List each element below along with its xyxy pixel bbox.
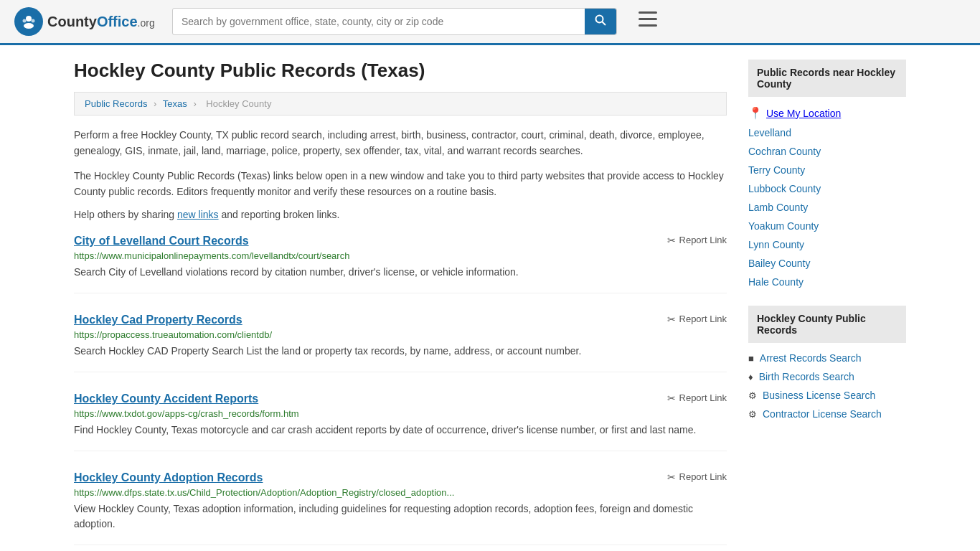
records-link-item: ⚙ Business License Search — [748, 386, 906, 405]
records-link[interactable]: Business License Search — [763, 390, 875, 401]
record-entry: City of Levelland Court Records ✂ Report… — [74, 235, 727, 293]
svg-point-4 — [32, 19, 35, 23]
nearby-list-item: Lamb County — [748, 198, 906, 217]
report-icon: ✂ — [667, 235, 676, 246]
use-location-item[interactable]: 📍 Use My Location — [748, 103, 906, 123]
svg-point-5 — [596, 16, 603, 23]
nearby-header: Public Records near Hockley County — [748, 60, 906, 97]
search-bar — [172, 8, 617, 35]
page-title: Hockley County Public Records (Texas) — [74, 60, 727, 82]
report-link[interactable]: ✂ Report Link — [667, 392, 727, 404]
report-label: Report Link — [679, 392, 727, 403]
use-location-link[interactable]: Use My Location — [766, 108, 841, 119]
menu-button[interactable] — [639, 11, 657, 32]
svg-point-3 — [23, 19, 27, 23]
report-icon: ✂ — [667, 392, 676, 404]
records-link-item: ■ Arrest Records Search — [748, 349, 906, 367]
new-links-link[interactable]: new links — [177, 209, 219, 220]
nearby-list-item: Hale County — [748, 273, 906, 291]
report-link[interactable]: ✂ Report Link — [667, 471, 727, 483]
report-link[interactable]: ✂ Report Link — [667, 314, 727, 325]
record-header: Hockley County Adoption Records ✂ Report… — [74, 471, 727, 484]
record-title-link[interactable]: Hockley County Accident Reports — [74, 392, 258, 405]
nearby-link[interactable]: Terry County — [748, 164, 805, 176]
nearby-list-item: Terry County — [748, 161, 906, 179]
nearby-list-item: Lubbock County — [748, 179, 906, 198]
svg-rect-8 — [639, 18, 657, 20]
records-link[interactable]: Contractor License Search — [763, 408, 882, 420]
records-link[interactable]: Birth Records Search — [759, 371, 854, 382]
content-area: Hockley County Public Records (Texas) Pu… — [74, 60, 727, 551]
record-url: https://www.municipalonlinepayments.com/… — [74, 250, 727, 261]
report-icon: ✂ — [667, 471, 676, 483]
breadcrumb-public-records[interactable]: Public Records — [85, 98, 147, 109]
record-desc: Search City of Levelland violations reco… — [74, 265, 727, 280]
nearby-link[interactable]: Yoakum County — [748, 220, 819, 232]
records-link[interactable]: Arrest Records Search — [760, 352, 862, 364]
record-title-link[interactable]: Hockley County Adoption Records — [74, 471, 263, 484]
nearby-link[interactable]: Lynn County — [748, 239, 804, 250]
search-input[interactable] — [173, 10, 585, 33]
records-section-header: Hockley County Public Records — [748, 306, 906, 343]
record-entry: Hockley Cad Property Records ✂ Report Li… — [74, 314, 727, 372]
description-2: The Hockley County Public Records (Texas… — [74, 168, 727, 200]
record-entry: Hockley County Accident Reports ✂ Report… — [74, 392, 727, 451]
logo-icon — [14, 7, 43, 36]
nearby-list-item: Cochran County — [748, 142, 906, 161]
description-1: Perform a free Hockley County, TX public… — [74, 127, 727, 159]
nearby-list-item: Lynn County — [748, 235, 906, 254]
records-link-icon: ♦ — [748, 372, 753, 382]
record-url: https://www.dfps.state.tx.us/Child_Prote… — [74, 487, 727, 498]
record-title-link[interactable]: Hockley Cad Property Records — [74, 314, 242, 326]
record-desc: Find Hockley County, Texas motorcycle an… — [74, 423, 727, 438]
record-header: Hockley Cad Property Records ✂ Report Li… — [74, 314, 727, 326]
records-link-icon: ■ — [748, 353, 754, 364]
report-label: Report Link — [679, 471, 727, 482]
records-link-icon: ⚙ — [748, 409, 757, 420]
record-header: Hockley County Accident Reports ✂ Report… — [74, 392, 727, 405]
report-label: Report Link — [679, 235, 727, 245]
share-text: Help others by sharing new links and rep… — [74, 209, 727, 220]
svg-line-6 — [603, 22, 606, 26]
record-url: https://propaccess.trueautomation.com/cl… — [74, 329, 727, 340]
record-entry: Hockley County Adoption Records ✂ Report… — [74, 471, 727, 545]
breadcrumb: Public Records › Texas › Hockley County — [74, 92, 727, 116]
record-desc: View Hockley County, Texas adoption info… — [74, 501, 727, 532]
records-link-item: ♦ Birth Records Search — [748, 367, 906, 386]
svg-point-1 — [26, 16, 32, 22]
record-header: City of Levelland Court Records ✂ Report… — [74, 235, 727, 248]
nearby-section: Public Records near Hockley County 📍 Use… — [748, 60, 906, 291]
breadcrumb-texas[interactable]: Texas — [163, 98, 187, 109]
records-link-item: ⚙ Contractor License Search — [748, 405, 906, 423]
location-icon: 📍 — [748, 106, 763, 120]
records-list: City of Levelland Court Records ✂ Report… — [74, 235, 727, 545]
records-links-list: ■ Arrest Records Search ♦ Birth Records … — [748, 349, 906, 423]
nearby-list-item: Yoakum County — [748, 217, 906, 235]
breadcrumb-sep2: › — [193, 98, 196, 109]
record-title-link[interactable]: City of Levelland Court Records — [74, 235, 249, 248]
record-url: https://www.txdot.gov/apps-cg/crash_reco… — [74, 408, 727, 419]
nearby-link[interactable]: Levelland — [748, 127, 791, 138]
nearby-list: LevellandCochran CountyTerry CountyLubbo… — [748, 123, 906, 291]
nearby-link[interactable]: Hale County — [748, 276, 804, 288]
nearby-link[interactable]: Lamb County — [748, 202, 808, 213]
nearby-link[interactable]: Lubbock County — [748, 183, 821, 194]
svg-point-2 — [24, 23, 34, 29]
nearby-list-item: Bailey County — [748, 254, 906, 273]
report-label: Report Link — [679, 314, 727, 324]
logo-text: CountyOffice.org — [47, 14, 155, 30]
report-link[interactable]: ✂ Report Link — [667, 235, 727, 246]
report-icon: ✂ — [667, 314, 676, 325]
nearby-link[interactable]: Cochran County — [748, 146, 821, 157]
record-desc: Search Hockley CAD Property Search List … — [74, 344, 727, 359]
svg-rect-7 — [639, 11, 657, 14]
main-container: Hockley County Public Records (Texas) Pu… — [60, 45, 920, 551]
records-link-icon: ⚙ — [748, 390, 757, 401]
site-header: CountyOffice.org — [0, 0, 980, 45]
search-button[interactable] — [585, 9, 616, 34]
svg-rect-9 — [639, 24, 657, 27]
public-records-section: Hockley County Public Records ■ Arrest R… — [748, 306, 906, 423]
nearby-list-item: Levelland — [748, 123, 906, 142]
breadcrumb-sep1: › — [154, 98, 156, 109]
nearby-link[interactable]: Bailey County — [748, 258, 810, 269]
